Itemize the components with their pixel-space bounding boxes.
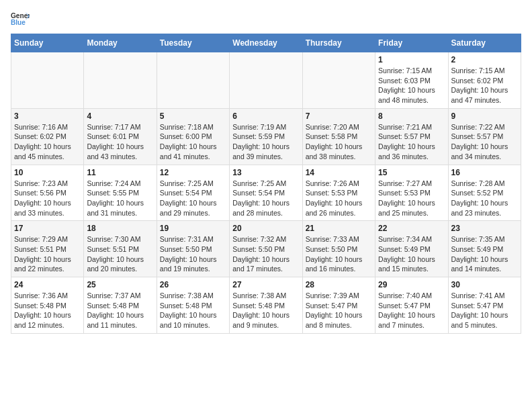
- day-number: 12: [160, 168, 226, 177]
- day-number: 26: [160, 280, 226, 289]
- calendar-row: 3Sunrise: 7:16 AMSunset: 6:02 PMDaylight…: [11, 108, 521, 165]
- day-number: 24: [14, 280, 81, 289]
- day-info: Sunrise: 7:22 AMSunset: 5:57 PMDaylight:…: [451, 122, 518, 162]
- day-info: Sunrise: 7:20 AMSunset: 5:58 PMDaylight:…: [306, 122, 372, 162]
- day-info: Sunrise: 7:25 AMSunset: 5:54 PMDaylight:…: [232, 179, 299, 218]
- calendar-cell: 16Sunrise: 7:28 AMSunset: 5:52 PMDayligh…: [448, 165, 521, 221]
- calendar-cell: 11Sunrise: 7:24 AMSunset: 5:55 PMDayligh…: [84, 165, 157, 221]
- day-info: Sunrise: 7:37 AMSunset: 5:48 PMDaylight:…: [87, 291, 153, 330]
- calendar-cell: 15Sunrise: 7:27 AMSunset: 5:53 PMDayligh…: [375, 165, 448, 221]
- calendar-cell: 22Sunrise: 7:34 AMSunset: 5:49 PMDayligh…: [375, 221, 448, 277]
- calendar-table: SundayMondayTuesdayWednesdayThursdayFrid…: [11, 34, 521, 334]
- calendar-cell: 19Sunrise: 7:31 AMSunset: 5:50 PMDayligh…: [157, 221, 229, 277]
- day-number: 27: [232, 280, 299, 289]
- calendar-cell: 21Sunrise: 7:33 AMSunset: 5:50 PMDayligh…: [302, 221, 375, 277]
- calendar-header-row: SundayMondayTuesdayWednesdayThursdayFrid…: [11, 34, 521, 52]
- calendar-cell: 10Sunrise: 7:23 AMSunset: 5:56 PMDayligh…: [11, 165, 84, 221]
- calendar-cell: 7Sunrise: 7:20 AMSunset: 5:58 PMDaylight…: [302, 108, 375, 165]
- calendar-cell: 4Sunrise: 7:17 AMSunset: 6:01 PMDaylight…: [84, 108, 157, 165]
- day-info: Sunrise: 7:15 AMSunset: 6:02 PMDaylight:…: [451, 66, 518, 105]
- day-number: 7: [306, 111, 372, 121]
- weekday-header-friday: Friday: [375, 34, 448, 52]
- day-number: 20: [232, 224, 299, 233]
- day-info: Sunrise: 7:35 AMSunset: 5:49 PMDaylight:…: [451, 234, 518, 274]
- calendar-cell: [157, 52, 229, 109]
- day-info: Sunrise: 7:40 AMSunset: 5:47 PMDaylight:…: [378, 291, 445, 330]
- weekday-header-tuesday: Tuesday: [157, 34, 229, 52]
- day-info: Sunrise: 7:18 AMSunset: 6:00 PMDaylight:…: [160, 122, 226, 162]
- logo: General Blue: [11, 11, 32, 27]
- day-info: Sunrise: 7:21 AMSunset: 5:57 PMDaylight:…: [378, 122, 445, 162]
- day-info: Sunrise: 7:34 AMSunset: 5:49 PMDaylight:…: [378, 234, 445, 274]
- day-number: 15: [378, 168, 445, 177]
- calendar-row: 17Sunrise: 7:29 AMSunset: 5:51 PMDayligh…: [11, 221, 521, 277]
- calendar-cell: 17Sunrise: 7:29 AMSunset: 5:51 PMDayligh…: [11, 221, 84, 277]
- day-number: 19: [160, 224, 226, 233]
- day-number: 21: [306, 224, 372, 233]
- calendar-row: 1Sunrise: 7:15 AMSunset: 6:03 PMDaylight…: [11, 52, 521, 109]
- calendar-row: 24Sunrise: 7:36 AMSunset: 5:48 PMDayligh…: [11, 277, 521, 334]
- calendar-cell: 23Sunrise: 7:35 AMSunset: 5:49 PMDayligh…: [448, 221, 521, 277]
- calendar-cell: 30Sunrise: 7:41 AMSunset: 5:47 PMDayligh…: [448, 277, 521, 334]
- day-info: Sunrise: 7:41 AMSunset: 5:47 PMDaylight:…: [451, 291, 518, 330]
- calendar-cell: 24Sunrise: 7:36 AMSunset: 5:48 PMDayligh…: [11, 277, 84, 334]
- day-info: Sunrise: 7:23 AMSunset: 5:56 PMDaylight:…: [14, 179, 81, 218]
- day-info: Sunrise: 7:30 AMSunset: 5:51 PMDaylight:…: [87, 234, 153, 274]
- calendar-cell: 6Sunrise: 7:19 AMSunset: 5:59 PMDaylight…: [230, 108, 302, 165]
- calendar-cell: 9Sunrise: 7:22 AMSunset: 5:57 PMDaylight…: [448, 108, 521, 165]
- calendar-cell: 5Sunrise: 7:18 AMSunset: 6:00 PMDaylight…: [157, 108, 229, 165]
- day-info: Sunrise: 7:25 AMSunset: 5:54 PMDaylight:…: [160, 179, 226, 218]
- day-number: 18: [87, 224, 153, 233]
- weekday-header-saturday: Saturday: [448, 34, 521, 52]
- weekday-header-sunday: Sunday: [11, 34, 84, 52]
- calendar-cell: 26Sunrise: 7:38 AMSunset: 5:48 PMDayligh…: [157, 277, 229, 334]
- day-number: 25: [87, 280, 153, 289]
- svg-text:Blue: Blue: [11, 19, 26, 26]
- calendar-cell: 8Sunrise: 7:21 AMSunset: 5:57 PMDaylight…: [375, 108, 448, 165]
- day-info: Sunrise: 7:39 AMSunset: 5:47 PMDaylight:…: [306, 291, 372, 330]
- day-number: 17: [14, 224, 81, 233]
- day-number: 16: [451, 168, 518, 177]
- day-info: Sunrise: 7:24 AMSunset: 5:55 PMDaylight:…: [87, 179, 153, 218]
- calendar-cell: 1Sunrise: 7:15 AMSunset: 6:03 PMDaylight…: [375, 52, 448, 109]
- day-number: 13: [232, 168, 299, 177]
- calendar-cell: 18Sunrise: 7:30 AMSunset: 5:51 PMDayligh…: [84, 221, 157, 277]
- calendar-cell: 20Sunrise: 7:32 AMSunset: 5:50 PMDayligh…: [230, 221, 302, 277]
- day-number: 14: [306, 168, 372, 177]
- day-number: 23: [451, 224, 518, 233]
- logo-icon: General Blue: [11, 11, 30, 27]
- calendar-row: 10Sunrise: 7:23 AMSunset: 5:56 PMDayligh…: [11, 165, 521, 221]
- calendar-cell: 29Sunrise: 7:40 AMSunset: 5:47 PMDayligh…: [375, 277, 448, 334]
- calendar-cell: 12Sunrise: 7:25 AMSunset: 5:54 PMDayligh…: [157, 165, 229, 221]
- day-info: Sunrise: 7:16 AMSunset: 6:02 PMDaylight:…: [14, 122, 81, 162]
- day-number: 29: [378, 280, 445, 289]
- day-info: Sunrise: 7:38 AMSunset: 5:48 PMDaylight:…: [232, 291, 299, 330]
- day-info: Sunrise: 7:29 AMSunset: 5:51 PMDaylight:…: [14, 234, 81, 274]
- calendar-cell: 25Sunrise: 7:37 AMSunset: 5:48 PMDayligh…: [84, 277, 157, 334]
- day-info: Sunrise: 7:33 AMSunset: 5:50 PMDaylight:…: [306, 234, 372, 274]
- calendar-cell: 13Sunrise: 7:25 AMSunset: 5:54 PMDayligh…: [230, 165, 302, 221]
- page-header: General Blue: [11, 11, 521, 27]
- calendar-cell: 27Sunrise: 7:38 AMSunset: 5:48 PMDayligh…: [230, 277, 302, 334]
- calendar-cell: 28Sunrise: 7:39 AMSunset: 5:47 PMDayligh…: [302, 277, 375, 334]
- calendar-cell: [11, 52, 84, 109]
- calendar-cell: [84, 52, 157, 109]
- day-number: 10: [14, 168, 81, 177]
- day-number: 4: [87, 111, 153, 121]
- day-info: Sunrise: 7:19 AMSunset: 5:59 PMDaylight:…: [232, 122, 299, 162]
- day-info: Sunrise: 7:27 AMSunset: 5:53 PMDaylight:…: [378, 179, 445, 218]
- day-info: Sunrise: 7:26 AMSunset: 5:53 PMDaylight:…: [306, 179, 372, 218]
- day-number: 22: [378, 224, 445, 233]
- calendar-cell: [230, 52, 302, 109]
- day-info: Sunrise: 7:31 AMSunset: 5:50 PMDaylight:…: [160, 234, 226, 274]
- day-info: Sunrise: 7:32 AMSunset: 5:50 PMDaylight:…: [232, 234, 299, 274]
- weekday-header-wednesday: Wednesday: [230, 34, 302, 52]
- weekday-header-thursday: Thursday: [302, 34, 375, 52]
- day-number: 3: [14, 111, 81, 121]
- weekday-header-monday: Monday: [84, 34, 157, 52]
- day-number: 5: [160, 111, 226, 121]
- day-number: 8: [378, 111, 445, 121]
- day-number: 11: [87, 168, 153, 177]
- day-number: 6: [232, 111, 299, 121]
- day-number: 2: [451, 55, 518, 64]
